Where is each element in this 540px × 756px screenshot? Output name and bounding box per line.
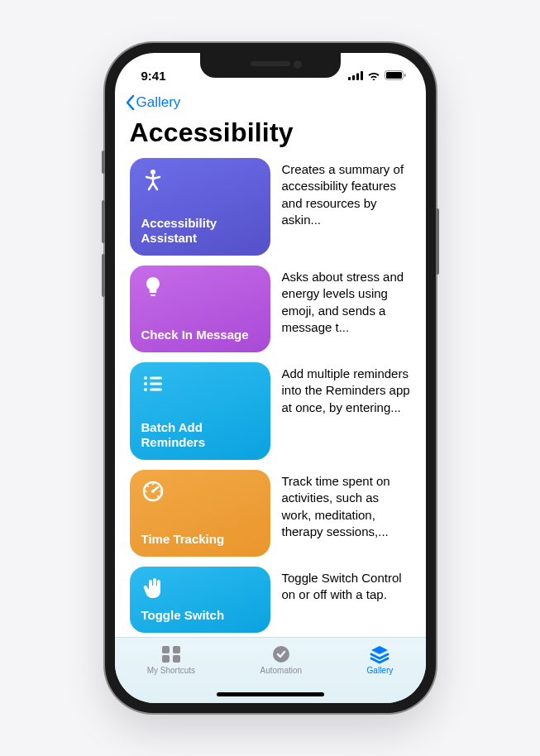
silent-switch — [102, 151, 105, 174]
tab-label: My Shortcuts — [147, 666, 195, 675]
status-indicators — [348, 70, 406, 80]
notch — [200, 53, 341, 78]
svg-rect-2 — [356, 73, 359, 80]
tab-automation[interactable]: Automation — [260, 644, 303, 675]
power-button — [436, 208, 439, 275]
phone-frame: 9:41 Gallery Accessibility Accessibility… — [105, 43, 436, 713]
svg-rect-3 — [361, 71, 363, 80]
back-button[interactable]: Gallery — [125, 94, 181, 111]
nav-bar: Gallery — [115, 89, 426, 114]
list-icon — [141, 372, 165, 395]
card-title: Batch Add Reminders — [141, 420, 259, 450]
svg-rect-12 — [150, 383, 162, 385]
card-description: Toggle Switch Control on or off with a t… — [282, 567, 411, 604]
hand-icon — [141, 577, 165, 600]
home-indicator[interactable] — [217, 692, 324, 696]
gauge-icon — [141, 480, 165, 503]
shortcut-row: Accessibility Assistant Creates a summar… — [130, 158, 411, 256]
chevron-left-icon — [125, 94, 135, 111]
svg-point-19 — [159, 490, 160, 492]
shortcut-row: Batch Add Reminders Add multiple reminde… — [130, 362, 411, 460]
tab-gallery[interactable]: Gallery — [367, 644, 394, 675]
volume-up-button — [102, 200, 105, 243]
svg-rect-6 — [404, 74, 406, 77]
card-description: Track time spent on activities, such as … — [282, 470, 411, 540]
svg-rect-10 — [150, 377, 162, 380]
svg-point-22 — [157, 495, 159, 497]
svg-rect-5 — [386, 72, 402, 79]
svg-point-11 — [144, 382, 147, 385]
card-description: Add multiple reminders into the Reminder… — [282, 362, 411, 416]
card-title: Check In Message — [141, 328, 259, 342]
shortcut-card-check-in-message[interactable]: Check In Message — [130, 266, 270, 352]
shortcut-row: Time Tracking Track time spent on activi… — [130, 470, 411, 557]
battery-icon — [385, 70, 406, 80]
grid-icon — [160, 644, 182, 664]
svg-point-13 — [144, 388, 147, 391]
svg-rect-25 — [162, 655, 170, 663]
screen: 9:41 Gallery Accessibility Accessibility… — [115, 53, 426, 703]
accessibility-icon — [141, 168, 165, 191]
svg-rect-26 — [173, 655, 180, 663]
svg-rect-8 — [151, 294, 155, 296]
card-title: Time Tracking — [141, 532, 259, 547]
svg-rect-1 — [352, 75, 355, 80]
gallery-icon — [369, 644, 390, 664]
svg-point-9 — [144, 376, 147, 380]
shortcut-row: Check In Message Asks about stress and e… — [130, 266, 411, 352]
svg-rect-24 — [173, 646, 180, 653]
cellular-icon — [348, 71, 363, 80]
card-title: Accessibility Assistant — [141, 216, 259, 246]
back-label: Gallery — [136, 94, 181, 111]
svg-point-21 — [147, 486, 149, 487]
svg-point-20 — [145, 490, 146, 492]
shortcut-row: Toggle Switch Toggle Switch Control on o… — [130, 567, 411, 633]
card-description: Asks about stress and energy levels usin… — [282, 266, 411, 336]
shortcut-card-accessibility-assistant[interactable]: Accessibility Assistant — [130, 158, 270, 256]
tab-label: Gallery — [367, 666, 394, 675]
tab-bar: My Shortcuts Automation Gallery — [115, 637, 426, 703]
shortcut-list[interactable]: Accessibility Assistant Creates a summar… — [115, 158, 426, 637]
tab-my-shortcuts[interactable]: My Shortcuts — [147, 644, 195, 675]
svg-rect-0 — [348, 77, 351, 80]
tab-label: Automation — [260, 666, 303, 675]
automation-icon — [270, 644, 292, 664]
svg-line-17 — [153, 487, 158, 491]
card-title: Toggle Switch — [141, 608, 259, 623]
card-description: Creates a summary of accessibility featu… — [282, 158, 411, 228]
volume-down-button — [102, 254, 105, 297]
lightbulb-icon — [141, 275, 165, 299]
svg-point-18 — [152, 484, 154, 486]
svg-rect-23 — [162, 646, 170, 653]
svg-rect-14 — [150, 389, 162, 391]
shortcut-card-batch-add-reminders[interactable]: Batch Add Reminders — [130, 362, 270, 460]
shortcut-card-toggle-switch[interactable]: Toggle Switch — [130, 567, 270, 633]
page-title: Accessibility — [115, 114, 426, 158]
status-time: 9:41 — [135, 69, 166, 83]
wifi-icon — [367, 70, 380, 80]
shortcut-card-time-tracking[interactable]: Time Tracking — [130, 470, 270, 557]
svg-point-7 — [151, 170, 155, 175]
